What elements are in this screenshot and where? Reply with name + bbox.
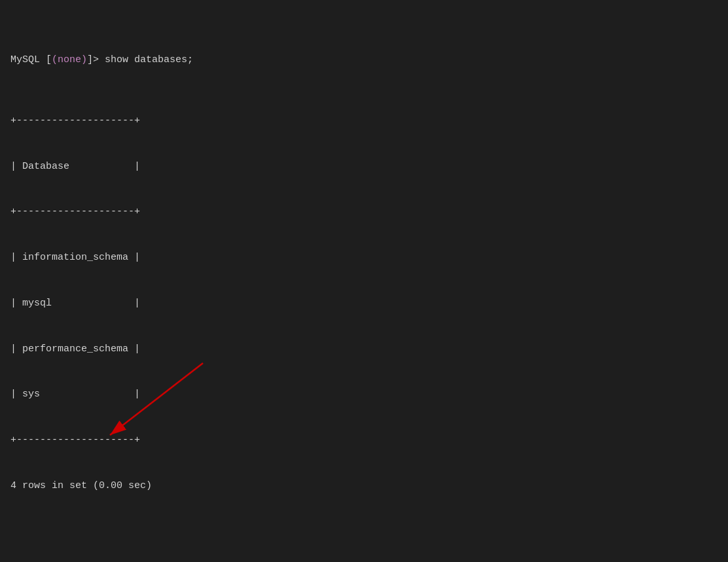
- prompt-db: (none): [52, 54, 87, 65]
- output-line: | mysql |: [10, 298, 140, 309]
- output-line: +--------------------+: [10, 434, 140, 446]
- output-line: 4 rows in set (0.00 sec): [10, 480, 152, 491]
- terminal-line: | mysql |: [10, 296, 718, 311]
- terminal-line-blank: [10, 539, 718, 554]
- output-line: +--------------------+: [10, 115, 140, 126]
- output-line: | Database |: [10, 161, 140, 172]
- terminal-line: +--------------------+: [10, 432, 718, 448]
- terminal-line: MySQL [(none)]> show databases;: [10, 52, 718, 67]
- output-line: | information_schema |: [10, 252, 140, 263]
- terminal-line: +--------------------+: [10, 113, 718, 128]
- terminal-line: +--------------------+: [10, 204, 718, 219]
- prompt-mysql: MySQL [: [10, 54, 52, 65]
- terminal-line: 4 rows in set (0.00 sec): [10, 478, 718, 493]
- output-line: | performance_schema |: [10, 343, 140, 355]
- terminal-output: MySQL [(none)]> show databases; +-------…: [10, 7, 718, 562]
- output-line: +--------------------+: [10, 206, 140, 217]
- terminal-line: | sys |: [10, 387, 718, 402]
- terminal-line: | information_schema |: [10, 250, 718, 265]
- output-line: | sys |: [10, 389, 140, 400]
- terminal-line: | Database |: [10, 159, 718, 174]
- prompt-bracket-close: ]> show databases;: [87, 54, 193, 65]
- terminal-line: | performance_schema |: [10, 342, 718, 357]
